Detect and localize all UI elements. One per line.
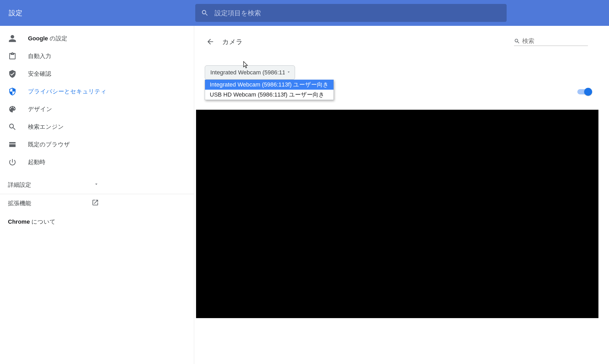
- search-icon: [514, 38, 520, 45]
- sidebar-item-search-engine[interactable]: 検索エンジン: [0, 118, 194, 136]
- sidebar-item-default-browser[interactable]: 既定のブラウザ: [0, 136, 194, 153]
- sidebar-item-google[interactable]: Google の設定: [0, 30, 194, 47]
- shield-check-icon: [8, 69, 17, 78]
- camera-option-integrated[interactable]: Integrated Webcam (5986:113f) ユーザー向き: [205, 80, 334, 90]
- search-icon: [8, 122, 17, 131]
- header-search[interactable]: [195, 4, 507, 22]
- toggle-knob: [584, 88, 592, 96]
- sidebar-item-startup[interactable]: 起動時: [0, 153, 194, 171]
- main-content: カメラ Integrated Webcam (5986:113 Integrat…: [194, 26, 609, 364]
- search-icon: [201, 9, 209, 17]
- arrow-back-icon: [206, 37, 215, 46]
- chevron-down-icon: [94, 181, 99, 188]
- header-search-input[interactable]: [215, 9, 501, 17]
- back-button[interactable]: [205, 36, 216, 47]
- sidebar-item-safety[interactable]: 安全確認: [0, 65, 194, 83]
- camera-option-usb[interactable]: USB HD Webcam (5986:113f) ユーザー向き: [205, 90, 334, 100]
- sidebar-item-label: デザイン: [28, 105, 52, 113]
- camera-preview: [196, 110, 598, 318]
- sidebar-item-label: Google の設定: [28, 35, 67, 42]
- palette-icon: [8, 105, 17, 114]
- person-icon: [8, 34, 17, 43]
- sidebar-item-label: プライバシーとセキュリティ: [28, 88, 107, 95]
- sidebar-item-label: 起動時: [28, 158, 45, 166]
- open-in-new-icon: [92, 199, 99, 208]
- camera-toggle[interactable]: [577, 89, 591, 94]
- shield-half-icon: [8, 87, 17, 96]
- browser-icon: [8, 140, 17, 149]
- sidebar-item-label: 安全確認: [28, 70, 51, 78]
- page-search-input[interactable]: [522, 37, 588, 45]
- sidebar-item-autofill[interactable]: 自動入力: [0, 47, 194, 65]
- camera-dropdown-list: Integrated Webcam (5986:113f) ユーザー向き USB…: [205, 80, 334, 100]
- sidebar-about[interactable]: Chrome について: [0, 213, 194, 231]
- sidebar-extensions[interactable]: 拡張機能: [0, 194, 194, 213]
- clipboard-icon: [8, 52, 17, 61]
- sidebar-item-design[interactable]: デザイン: [0, 100, 194, 118]
- page-header: カメラ: [194, 34, 609, 50]
- camera-dropdown-value: Integrated Webcam (5986:113: [210, 69, 285, 76]
- sidebar-item-label: 自動入力: [28, 52, 51, 60]
- extensions-label: 拡張機能: [8, 199, 31, 207]
- sidebar: Google の設定 自動入力 安全確認 プライバシーとセキュリティ デザイン …: [0, 26, 194, 364]
- caret-down-icon: [286, 69, 291, 76]
- sidebar-item-label: 既定のブラウザ: [28, 141, 70, 149]
- app-header: 設定: [0, 0, 609, 26]
- camera-selector-row: Integrated Webcam (5986:113 Integrated W…: [194, 50, 609, 80]
- page-search[interactable]: [514, 37, 588, 46]
- power-icon: [8, 158, 17, 167]
- sidebar-item-label: 検索エンジン: [28, 123, 64, 131]
- about-label: Chrome について: [8, 218, 56, 226]
- advanced-label: 詳細設定: [8, 181, 31, 189]
- sidebar-item-privacy[interactable]: プライバシーとセキュリティ: [0, 83, 194, 100]
- camera-dropdown[interactable]: Integrated Webcam (5986:113: [205, 65, 295, 80]
- app-title: 設定: [9, 8, 22, 18]
- page-title: カメラ: [222, 37, 243, 46]
- sidebar-advanced[interactable]: 詳細設定: [0, 176, 194, 194]
